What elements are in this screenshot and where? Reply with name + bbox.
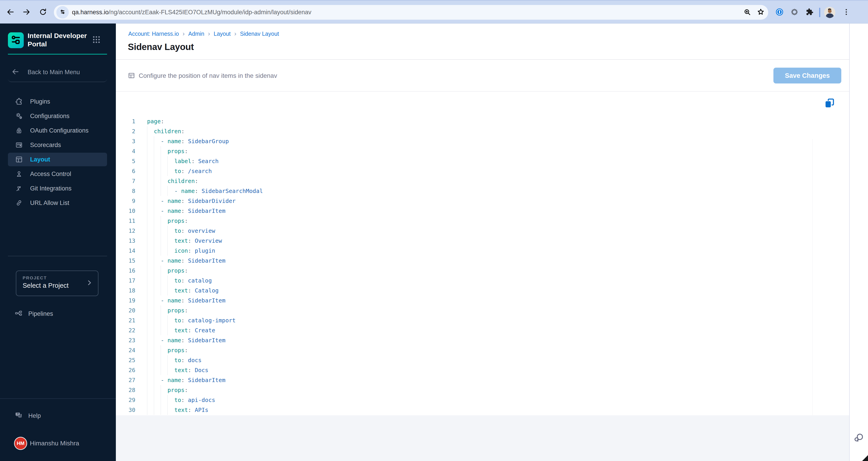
yaml-line[interactable]: 21to: catalog-import [116, 315, 808, 325]
yaml-token-k: props [167, 148, 184, 155]
back-to-main-menu-button[interactable]: Back to Main Menu [0, 67, 116, 77]
sidebar-item-pipelines[interactable]: Pipelines [0, 309, 116, 319]
yaml-line[interactable]: 5label: Search [116, 156, 808, 166]
project-selector[interactable]: PROJECT Select a Project [16, 270, 98, 296]
yaml-token-v: SidebarSearchModal [202, 188, 263, 194]
line-number: 11 [116, 218, 135, 224]
indent-guide [161, 305, 167, 315]
idp-logo[interactable] [8, 32, 24, 48]
yaml-token-p: : [181, 337, 188, 343]
yaml-line[interactable]: 28props: [116, 385, 808, 395]
sidebar-item-layout[interactable]: Layout [0, 152, 116, 167]
yaml-line[interactable]: 4props: [116, 146, 808, 156]
yaml-line[interactable]: 18text: Catalog [116, 286, 808, 295]
sidebar-item-plugins[interactable]: Plugins [0, 94, 116, 109]
yaml-line[interactable]: 22text: Create [116, 325, 808, 335]
yaml-editor-lines[interactable]: 1page:2children:3- name: SidebarGroup4pr… [116, 116, 808, 415]
yaml-line[interactable]: 7children: [116, 176, 808, 186]
yaml-line[interactable]: 24props: [116, 345, 808, 355]
copy-icon [824, 106, 835, 109]
yaml-line[interactable]: 19- name: SidebarItem [116, 295, 808, 305]
url-path: /ng/account/zEaak-FLS425IEO7OLzMUg/modul… [108, 9, 311, 16]
yaml-line-code: props: [147, 305, 188, 315]
yaml-editor[interactable]: 1page:2children:3- name: SidebarGroup4pr… [116, 92, 849, 438]
yaml-token-p: : [195, 178, 198, 184]
project-section-divider [8, 256, 107, 256]
extensions-button[interactable] [804, 7, 814, 18]
browser-forward-button[interactable] [22, 7, 31, 18]
yaml-line[interactable]: 1page: [116, 116, 808, 126]
indent-guide [147, 335, 154, 345]
yaml-line[interactable]: 16props: [116, 266, 808, 275]
yaml-line[interactable]: 23- name: SidebarItem [116, 335, 808, 345]
breadcrumb-item[interactable]: Layout [214, 31, 230, 37]
indent-guide [154, 395, 161, 405]
yaml-line[interactable]: 25to: docs [116, 355, 808, 365]
yaml-line[interactable]: 3- name: SidebarGroup [116, 136, 808, 146]
yaml-token-d: - [161, 377, 167, 384]
yaml-line[interactable]: 2children: [116, 126, 808, 136]
indent-guide [147, 206, 154, 216]
browser-menu-button[interactable] [841, 7, 851, 18]
right-rail [849, 23, 868, 461]
line-number: 2 [116, 128, 135, 135]
yaml-line[interactable]: 29to: api-docs [116, 395, 808, 405]
module-switcher-button[interactable] [92, 35, 102, 45]
sidebar-item-oauth-configurations[interactable]: OAuth Configurations [0, 123, 116, 138]
indent-guide [167, 156, 174, 166]
zoom-button[interactable] [742, 7, 752, 18]
yaml-line[interactable]: 10- name: SidebarItem [116, 206, 808, 216]
yaml-line[interactable]: 6to: /search [116, 166, 808, 176]
plugins-icon [14, 97, 24, 106]
yaml-line[interactable]: 26text: Docs [116, 365, 808, 375]
address-bar[interactable]: qa.harness.io/ng/account/zEaak-FLS425IEO… [54, 5, 768, 20]
onepassword-extension-button[interactable] [775, 7, 784, 18]
save-changes-button[interactable]: Save Changes [773, 68, 841, 84]
site-settings-button[interactable] [56, 6, 69, 19]
yaml-line[interactable]: 15- name: SidebarItem [116, 256, 808, 266]
copy-yaml-button[interactable] [824, 98, 835, 109]
browser-profile-avatar[interactable] [824, 7, 835, 18]
help-button[interactable]: ? Help [0, 411, 116, 421]
sidebar-item-url-allow-list[interactable]: URL Allow List [0, 196, 116, 210]
indent-guide [154, 256, 161, 266]
chrome-divider [819, 8, 820, 17]
sidebar-item-access-control[interactable]: Access Control [0, 167, 116, 181]
yaml-line[interactable]: 27- name: SidebarItem [116, 375, 808, 385]
indent-guide [154, 365, 161, 375]
yaml-token-v: overview [188, 228, 215, 234]
yaml-line[interactable]: 13text: Overview [116, 236, 808, 246]
yaml-token-v: Search [198, 158, 219, 164]
support-chat-button[interactable] [853, 432, 865, 443]
indent-guide [154, 196, 161, 206]
indent-guide [147, 226, 154, 236]
yaml-line[interactable]: 12to: overview [116, 226, 808, 236]
yaml-line[interactable]: 20props: [116, 305, 808, 315]
yaml-line[interactable]: 14icon: plugin [116, 246, 808, 256]
layout-icon [14, 155, 24, 164]
browser-back-button[interactable] [5, 7, 16, 18]
indent-guide [147, 186, 154, 196]
yaml-line[interactable]: 8- name: SidebarSearchModal [116, 186, 808, 196]
yaml-line[interactable]: 9- name: SidebarDivider [116, 196, 808, 206]
breadcrumb-item[interactable]: Account: Harness.io [128, 31, 179, 37]
yaml-line[interactable]: 30text: APIs [116, 405, 808, 415]
indent-guide [167, 315, 174, 325]
yaml-token-p: : [185, 148, 188, 155]
yaml-line[interactable]: 11props: [116, 216, 808, 226]
sidebar-item-scorecards[interactable]: Scorecards [0, 138, 116, 152]
bookmark-button[interactable] [756, 7, 766, 18]
breadcrumb-item[interactable]: Sidenav Layout [240, 31, 279, 37]
yaml-token-v: SidebarItem [188, 257, 226, 264]
user-profile-button[interactable]: HM Himanshu Mishra [0, 437, 116, 450]
yaml-line[interactable]: 17to: catalog [116, 275, 808, 286]
header-divider [116, 59, 849, 60]
sidebar-item-configurations[interactable]: Configurations [0, 109, 116, 123]
yaml-token-k: name [167, 297, 181, 304]
browser-reload-button[interactable] [38, 7, 48, 18]
extension-spinner-button[interactable] [789, 7, 800, 18]
sidebar-item-git-integrations[interactable]: Git Integrations [0, 181, 116, 196]
breadcrumb-item[interactable]: Admin [188, 31, 204, 37]
indent-guide [167, 275, 174, 286]
yaml-token-k: name [167, 198, 181, 204]
